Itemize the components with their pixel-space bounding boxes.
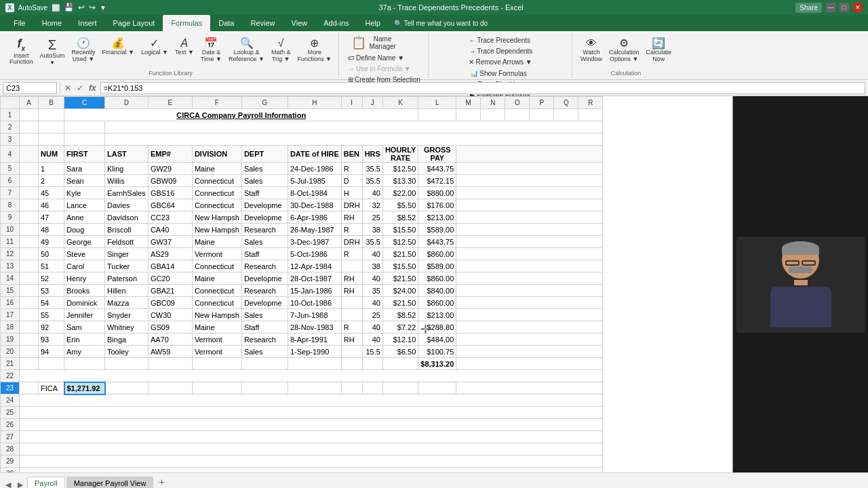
row-header-6[interactable]: 6 [1, 175, 20, 187]
row-header-7[interactable]: 7 [1, 187, 20, 199]
col-header-B[interactable]: B [39, 97, 64, 109]
row-header-15[interactable]: 15 [1, 285, 20, 297]
cell-I4[interactable]: BEN [341, 146, 362, 163]
tab-formulas[interactable]: Formulas [163, 15, 210, 31]
recently-used-btn[interactable]: 🕐 RecentlyUsed ▼ [69, 35, 98, 64]
cell-G4[interactable]: DEPT [241, 146, 288, 163]
cell-C2[interactable] [64, 121, 105, 134]
row-header-10[interactable]: 10 [1, 224, 20, 236]
remove-arrows-btn[interactable]: ✕ Remove Arrows ▼ [466, 57, 535, 67]
col-header-M[interactable]: M [456, 97, 481, 109]
row-header-14[interactable]: 14 [1, 272, 20, 285]
cell-L1[interactable] [418, 109, 456, 121]
row-header-22[interactable]: 22 [1, 370, 20, 382]
row-header-23[interactable]: 23 [1, 382, 20, 394]
tab-review[interactable]: Review [242, 15, 283, 31]
cell-L4[interactable]: GROSSPAY [418, 146, 456, 163]
cell-B1[interactable] [39, 109, 64, 121]
insert-function-bar-btn[interactable]: fx [87, 83, 98, 93]
minimize-btn[interactable]: — [826, 3, 835, 12]
close-btn[interactable]: ✕ [853, 3, 863, 12]
col-header-R[interactable]: R [578, 97, 603, 109]
sheet-tab-manager[interactable]: Manager Payroll View [66, 476, 154, 488]
cell-C1[interactable]: CIRCA Company Payroll Information [64, 109, 418, 121]
row-header-5[interactable]: 5 [1, 163, 20, 175]
cell-L21[interactable]: $8,313.20 [418, 358, 456, 370]
confirm-formula-btn[interactable]: ✓ [75, 83, 85, 93]
col-header-P[interactable]: P [530, 97, 554, 109]
row-header-9[interactable]: 9 [1, 211, 20, 224]
cell-J4[interactable]: HRS [362, 146, 382, 163]
row-header-13[interactable]: 13 [1, 260, 20, 272]
cell-D4[interactable]: LAST [105, 146, 149, 163]
col-header-C[interactable]: C [64, 97, 105, 109]
share-btn[interactable]: Share [795, 3, 822, 13]
col-header-O[interactable]: O [505, 97, 530, 109]
cell-B3[interactable] [39, 134, 64, 146]
cell-A1[interactable] [20, 109, 39, 121]
row-header-24[interactable]: 24 [1, 394, 20, 407]
tab-help[interactable]: Help [357, 15, 389, 31]
row-header-17[interactable]: 17 [1, 309, 20, 321]
row-header-16[interactable]: 16 [1, 297, 20, 309]
row-header-28[interactable]: 28 [1, 443, 20, 455]
row-header-21[interactable]: 21 [1, 358, 20, 370]
cell-C4[interactable]: FIRST [64, 146, 105, 163]
col-header-Q[interactable]: Q [554, 97, 578, 109]
tab-data[interactable]: Data [210, 15, 242, 31]
trace-precedents-btn[interactable]: ← Trace Precedents [466, 35, 535, 45]
row-header-29[interactable]: 29 [1, 455, 20, 468]
more-functions-btn[interactable]: ⊕ MoreFunctions ▼ [294, 35, 334, 64]
undo-icon[interactable]: ↩ [78, 3, 85, 12]
watch-window-btn[interactable]: 👁 WatchWindow [578, 35, 605, 64]
sheet-tab-add[interactable]: + [155, 474, 168, 488]
col-header-D[interactable]: D [105, 97, 149, 109]
name-box[interactable] [3, 82, 57, 94]
cell-C3[interactable] [64, 134, 105, 146]
cell-F4[interactable]: DIVISION [192, 146, 241, 163]
tab-home[interactable]: Home [34, 15, 70, 31]
autosum-btn[interactable]: Σ AutoSum ▼ [37, 35, 68, 67]
customize-icon[interactable]: ▼ [100, 4, 106, 12]
calculate-now-btn[interactable]: 🔄 CalculateNow [643, 35, 674, 64]
row-header-18[interactable]: 18 [1, 321, 20, 333]
sheet-tab-payroll[interactable]: Payroll [27, 476, 65, 488]
cell-A2[interactable] [20, 121, 39, 134]
col-header-E[interactable]: E [148, 97, 192, 109]
math-trig-btn[interactable]: √ Math &Trig ▼ [269, 35, 294, 64]
row-header-11[interactable]: 11 [1, 236, 20, 248]
row-header-25[interactable]: 25 [1, 407, 20, 419]
financial-btn[interactable]: 💰 Financial ▼ [100, 35, 137, 58]
col-header-I[interactable]: I [341, 97, 362, 109]
cell-B4[interactable]: NUM [39, 146, 64, 163]
row-header-20[interactable]: 20 [1, 346, 20, 358]
redo-icon[interactable]: ↪ [89, 3, 96, 12]
cell-M1[interactable] [456, 109, 481, 121]
col-header-N[interactable]: N [481, 97, 505, 109]
cell-A3[interactable] [20, 134, 39, 146]
cancel-formula-btn[interactable]: ✕ [63, 83, 73, 93]
lookup-reference-btn[interactable]: 🔍 Lookup &Reference ▼ [226, 35, 267, 64]
save-icon[interactable]: 💾 [64, 3, 74, 12]
show-formulas-btn[interactable]: 📊 Show Formulas [467, 68, 534, 79]
row-header-30[interactable]: 30 [1, 468, 20, 473]
cell-A4[interactable] [20, 146, 39, 163]
row-header-4[interactable]: 4 [1, 146, 20, 163]
calculation-options-btn[interactable]: ⚙ CalculationOptions ▼ [606, 35, 642, 64]
col-header-L[interactable]: L [418, 97, 456, 109]
tab-file[interactable]: File [5, 15, 34, 31]
cell-B2[interactable] [39, 121, 64, 134]
row-header-8[interactable]: 8 [1, 199, 20, 211]
cell-O1[interactable] [505, 109, 530, 121]
row-header-26[interactable]: 26 [1, 419, 20, 431]
col-header-G[interactable]: G [241, 97, 288, 109]
col-header-K[interactable]: K [382, 97, 418, 109]
cell-R1[interactable] [578, 109, 603, 121]
row-header-27[interactable]: 27 [1, 431, 20, 443]
row-header-1[interactable]: 1 [1, 109, 20, 121]
row-header-2[interactable]: 2 [1, 121, 20, 134]
name-manager-btn[interactable]: 📋 NameManager [350, 34, 418, 52]
use-in-formula-btn[interactable]: → Use in Formula ▼ [345, 64, 423, 74]
trace-dependents-btn[interactable]: → Trace Dependents [466, 46, 535, 56]
row-header-12[interactable]: 12 [1, 248, 20, 260]
